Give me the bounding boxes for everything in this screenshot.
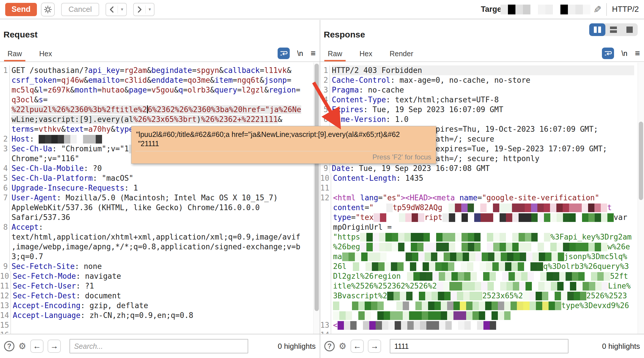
response-editor[interactable]: 1HTTP/2 403 Forbidden2Cache-Control: max… bbox=[320, 63, 644, 334]
send-settings-button[interactable] bbox=[41, 3, 55, 16]
dropdown-caret-icon[interactable]: ▼ bbox=[148, 7, 152, 12]
line-number: 3 bbox=[0, 144, 10, 163]
code-line[interactable]: 9Sec-Fetch-Site: none bbox=[0, 261, 310, 271]
code-line[interactable]: 3Pragma: no-cache bbox=[320, 85, 634, 95]
response-search-input[interactable] bbox=[390, 339, 568, 353]
tab-raw[interactable]: Raw bbox=[324, 50, 346, 61]
request-panel: Request Raw Hex \n ≡ bbox=[0, 20, 320, 358]
tooltip-divider bbox=[135, 151, 432, 151]
line-number: 9 bbox=[320, 163, 330, 173]
prev-match-button[interactable]: ← bbox=[30, 340, 44, 353]
hamburger-menu-icon[interactable]: ≡ bbox=[310, 49, 316, 58]
code-line[interactable]: 5Sec-Ch-Ua-Platform: "macOS" bbox=[0, 173, 310, 183]
code-line[interactable]: 1HTTP/2 403 Forbidden bbox=[320, 65, 634, 75]
redacted-mosaic bbox=[347, 262, 543, 271]
code-line[interactable]: 11 bbox=[320, 183, 634, 193]
code-line[interactable]: 10Sec-Fetch-Mode: navigate bbox=[0, 271, 310, 281]
hamburger-menu-icon[interactable]: ≡ bbox=[635, 49, 640, 58]
help-icon[interactable]: ? bbox=[324, 341, 335, 351]
line-number: 6 bbox=[320, 114, 330, 124]
tab-raw[interactable]: Raw bbox=[4, 50, 25, 61]
line-number: 6 bbox=[0, 183, 10, 193]
line-number: 3 bbox=[320, 85, 330, 95]
line-number: 5 bbox=[320, 105, 330, 114]
line-number: 1 bbox=[0, 65, 10, 134]
next-match-button[interactable]: → bbox=[48, 340, 61, 353]
tooltip-line1: "lpuu2l&#60;/title&#62&#60;a href="ja&Ne… bbox=[136, 130, 431, 139]
code-line[interactable]: 4Content-Type: text/html;charset=UTF-8 bbox=[320, 95, 634, 105]
redacted-mosaic bbox=[333, 311, 511, 320]
request-editor[interactable]: 1GET /southasian/?api_key=rg2am&begindat… bbox=[0, 63, 320, 334]
help-icon[interactable]: ? bbox=[4, 341, 14, 351]
newline-toggle[interactable]: \n bbox=[297, 49, 303, 58]
cancel-button[interactable]: Cancel bbox=[61, 3, 99, 16]
request-tabs: Raw Hex \n ≡ bbox=[0, 46, 320, 62]
code-line[interactable]: 6Upgrade-Insecure-Requests: 1 bbox=[0, 183, 310, 193]
arrow-left-icon: ← bbox=[353, 342, 361, 351]
request-findbar: ? ⚙ ← → 0 highlights bbox=[0, 334, 320, 358]
redacted-mosaic bbox=[374, 213, 424, 222]
request-scrollbar[interactable] bbox=[313, 63, 320, 334]
request-scrollbar-thumb[interactable] bbox=[315, 64, 319, 311]
newline-toggle[interactable]: \n bbox=[622, 49, 628, 58]
tooltip-focus-hint: Press 'F2' for focus bbox=[372, 153, 431, 161]
dropdown-caret-icon[interactable]: ▼ bbox=[120, 7, 124, 12]
code-line[interactable]: 16 bbox=[0, 330, 310, 334]
code-line[interactable]: 14 bbox=[320, 330, 634, 334]
button-divider bbox=[145, 5, 146, 14]
line-number: 13 bbox=[320, 320, 331, 330]
response-highlights-count: 0 highlights bbox=[602, 342, 640, 351]
prev-request-button[interactable]: ▼ bbox=[106, 3, 127, 16]
next-request-button[interactable]: ▼ bbox=[133, 3, 155, 16]
tab-hex[interactable]: Hex bbox=[36, 50, 55, 61]
word-wrap-icon bbox=[280, 50, 288, 57]
code-line[interactable]: 13< bbox=[320, 320, 634, 330]
code-line[interactable]: 8Accept:text/html,application/xhtml+xml,… bbox=[0, 222, 310, 261]
response-scrollbar[interactable] bbox=[638, 63, 644, 334]
redacted-mosaic bbox=[342, 252, 564, 261]
code-line[interactable]: 4Sec-Ch-Ua-Mobile: ?0 bbox=[0, 163, 310, 173]
send-button[interactable]: Send bbox=[5, 3, 37, 16]
code-line[interactable]: 5Expires: Tue, 19 Sep 2023 16:07:09 GMT bbox=[320, 105, 634, 114]
code-line[interactable]: 7User-Agent: Mozilla/5.0 (Macintosh; Int… bbox=[0, 193, 310, 222]
code-line[interactable]: 15 bbox=[0, 320, 310, 330]
request-search-input[interactable] bbox=[69, 339, 248, 353]
layout-single-button[interactable] bbox=[622, 23, 638, 36]
next-match-button[interactable]: → bbox=[368, 340, 381, 353]
line-number: 9 bbox=[0, 261, 10, 271]
line-number: 5 bbox=[0, 173, 10, 183]
code-line[interactable]: 10Content-Length: 1435 bbox=[320, 173, 634, 183]
line-number: 4 bbox=[0, 163, 10, 173]
word-wrap-toggle-button[interactable] bbox=[602, 48, 614, 59]
line-number: 7 bbox=[0, 193, 10, 222]
layout-rows-button[interactable] bbox=[605, 23, 622, 36]
code-line[interactable]: 11Sec-Fetch-User: ?1 bbox=[0, 281, 310, 291]
word-wrap-icon bbox=[604, 50, 612, 57]
code-line[interactable]: 13Accept-Encoding: gzip, deflate bbox=[0, 301, 310, 310]
word-wrap-toggle-button[interactable] bbox=[278, 48, 290, 59]
line-number: 11 bbox=[320, 183, 331, 193]
edit-target-pencil-icon[interactable]: ✎ bbox=[593, 4, 602, 15]
line-number: 8 bbox=[0, 222, 10, 261]
code-line[interactable]: 14Accept-Language: zh-CN,zh;q=0.9,en;q=0… bbox=[0, 310, 310, 320]
search-settings-gear-icon[interactable]: ⚙ bbox=[18, 342, 26, 351]
line-number: 2 bbox=[320, 75, 330, 85]
tab-render[interactable]: Render bbox=[386, 50, 417, 61]
target-redaction bbox=[500, 5, 590, 14]
layout-columns-button[interactable] bbox=[589, 23, 605, 36]
response-tabs: Raw Hex Render \n ≡ bbox=[320, 46, 644, 62]
code-line[interactable]: 1GET /southasian/?api_key=rg2am&begindat… bbox=[0, 65, 310, 134]
code-line[interactable]: 12Sec-Fetch-Dest: document bbox=[0, 291, 310, 301]
code-line[interactable]: 6Mime-Version: 1.0 bbox=[320, 114, 634, 124]
prev-match-button[interactable]: ← bbox=[351, 340, 364, 353]
line-number: 16 bbox=[0, 330, 11, 334]
code-line[interactable]: 12<html lang="es"><HEAD><meta name="goog… bbox=[320, 193, 634, 320]
tooltip-line2: "21111 bbox=[136, 139, 431, 148]
redacted-mosaic bbox=[442, 213, 531, 222]
search-settings-gear-icon[interactable]: ⚙ bbox=[339, 342, 347, 351]
code-line[interactable]: 2Cache-Control: max-age=0, no-cache, no-… bbox=[320, 75, 634, 85]
response-scrollbar-thumb[interactable] bbox=[639, 122, 643, 200]
code-line[interactable]: 9Date: Tue, 19 Sep 2023 16:07:08 GMT bbox=[320, 163, 634, 173]
tab-hex[interactable]: Hex bbox=[356, 50, 376, 61]
line-number: 10 bbox=[320, 173, 331, 183]
